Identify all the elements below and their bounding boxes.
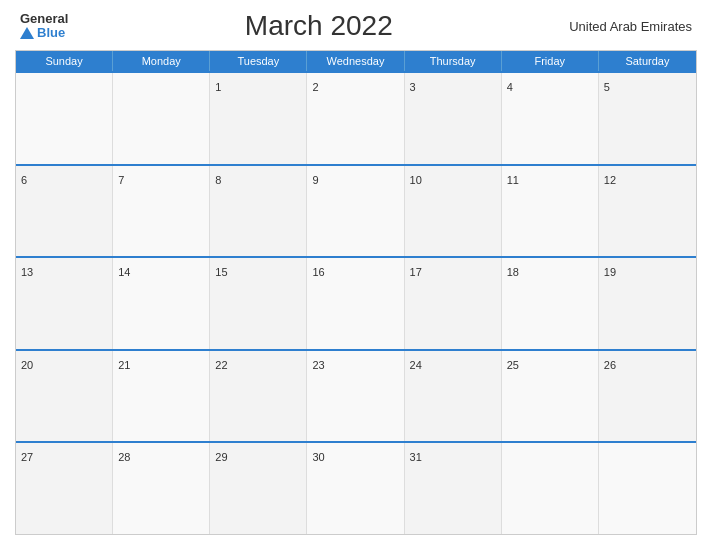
- day-cell: [502, 443, 599, 534]
- day-cell: 26: [599, 351, 696, 442]
- day-number: 17: [410, 266, 422, 278]
- day-cell: 7: [113, 166, 210, 257]
- day-number: 31: [410, 451, 422, 463]
- day-number: 26: [604, 359, 616, 371]
- day-cell: 20: [16, 351, 113, 442]
- day-number: 4: [507, 81, 513, 93]
- day-cell: 14: [113, 258, 210, 349]
- week-row-5: 2728293031: [16, 441, 696, 534]
- day-headers-row: SundayMondayTuesdayWednesdayThursdayFrid…: [16, 51, 696, 71]
- day-cell: 3: [405, 73, 502, 164]
- day-header-sunday: Sunday: [16, 51, 113, 71]
- day-cell: 6: [16, 166, 113, 257]
- day-cell: 5: [599, 73, 696, 164]
- day-number: 19: [604, 266, 616, 278]
- day-cell: 29: [210, 443, 307, 534]
- day-header-tuesday: Tuesday: [210, 51, 307, 71]
- day-number: 16: [312, 266, 324, 278]
- day-cell: 4: [502, 73, 599, 164]
- day-number: 13: [21, 266, 33, 278]
- logo-blue-text: Blue: [20, 26, 68, 40]
- day-cell: 12: [599, 166, 696, 257]
- day-number: 29: [215, 451, 227, 463]
- day-cell: 28: [113, 443, 210, 534]
- day-cell: 24: [405, 351, 502, 442]
- day-number: 6: [21, 174, 27, 186]
- logo: General Blue: [20, 12, 68, 41]
- day-header-thursday: Thursday: [405, 51, 502, 71]
- day-number: 11: [507, 174, 519, 186]
- week-row-1: 12345: [16, 71, 696, 164]
- day-cell: 13: [16, 258, 113, 349]
- country-label: United Arab Emirates: [569, 19, 692, 34]
- day-number: 1: [215, 81, 221, 93]
- week-row-2: 6789101112: [16, 164, 696, 257]
- day-number: 22: [215, 359, 227, 371]
- day-cell: 8: [210, 166, 307, 257]
- day-number: 9: [312, 174, 318, 186]
- day-cell: 21: [113, 351, 210, 442]
- calendar-container: General Blue March 2022 United Arab Emir…: [0, 0, 712, 550]
- day-number: 2: [312, 81, 318, 93]
- day-cell: [113, 73, 210, 164]
- day-header-monday: Monday: [113, 51, 210, 71]
- day-cell: 10: [405, 166, 502, 257]
- day-number: 15: [215, 266, 227, 278]
- day-header-saturday: Saturday: [599, 51, 696, 71]
- week-row-4: 20212223242526: [16, 349, 696, 442]
- day-cell: 25: [502, 351, 599, 442]
- logo-triangle-icon: [20, 27, 34, 39]
- day-cell: 23: [307, 351, 404, 442]
- day-number: 23: [312, 359, 324, 371]
- week-row-3: 13141516171819: [16, 256, 696, 349]
- calendar-title: March 2022: [68, 10, 569, 42]
- day-number: 25: [507, 359, 519, 371]
- day-cell: 18: [502, 258, 599, 349]
- day-number: 10: [410, 174, 422, 186]
- day-number: 21: [118, 359, 130, 371]
- day-cell: 22: [210, 351, 307, 442]
- day-number: 27: [21, 451, 33, 463]
- day-number: 30: [312, 451, 324, 463]
- day-number: 14: [118, 266, 130, 278]
- day-cell: 19: [599, 258, 696, 349]
- day-cell: [599, 443, 696, 534]
- day-cell: 31: [405, 443, 502, 534]
- day-cell: 9: [307, 166, 404, 257]
- logo-general-text: General: [20, 12, 68, 26]
- day-number: 12: [604, 174, 616, 186]
- calendar-grid: SundayMondayTuesdayWednesdayThursdayFrid…: [15, 50, 697, 535]
- day-number: 8: [215, 174, 221, 186]
- day-number: 28: [118, 451, 130, 463]
- day-cell: 15: [210, 258, 307, 349]
- day-number: 7: [118, 174, 124, 186]
- day-number: 5: [604, 81, 610, 93]
- day-number: 18: [507, 266, 519, 278]
- day-cell: 17: [405, 258, 502, 349]
- day-cell: 1: [210, 73, 307, 164]
- day-number: 20: [21, 359, 33, 371]
- day-number: 24: [410, 359, 422, 371]
- day-number: 3: [410, 81, 416, 93]
- calendar-header: General Blue March 2022 United Arab Emir…: [15, 10, 697, 42]
- day-cell: 16: [307, 258, 404, 349]
- day-cell: 27: [16, 443, 113, 534]
- day-cell: 11: [502, 166, 599, 257]
- day-cell: 30: [307, 443, 404, 534]
- day-cell: [16, 73, 113, 164]
- day-header-friday: Friday: [502, 51, 599, 71]
- day-cell: 2: [307, 73, 404, 164]
- day-header-wednesday: Wednesday: [307, 51, 404, 71]
